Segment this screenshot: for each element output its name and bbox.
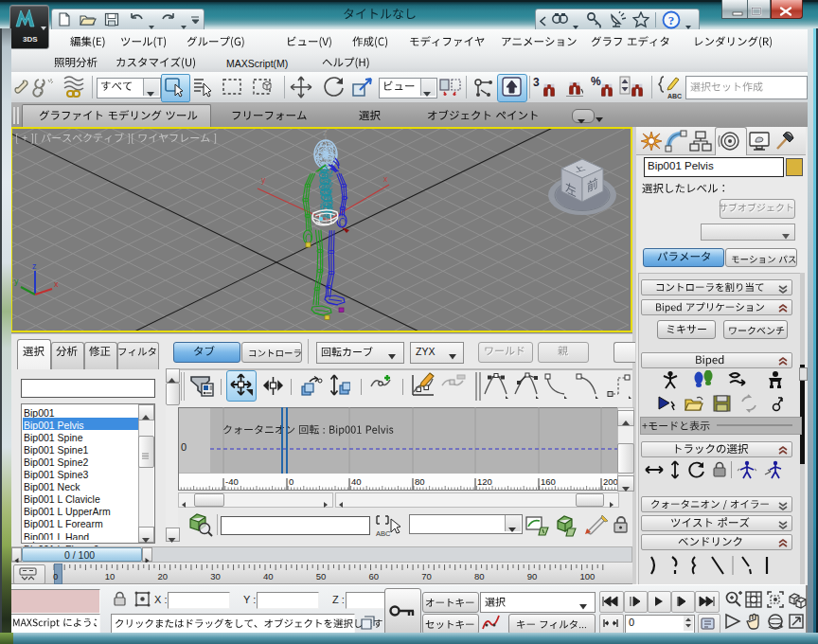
svg-text:?: ? bbox=[668, 13, 675, 27]
svg-text:ABC: ABC bbox=[667, 93, 682, 99]
svg-text:x: x bbox=[54, 279, 59, 289]
svg-text:z: z bbox=[323, 129, 328, 137]
svg-text:ABC: ABC bbox=[376, 529, 391, 538]
svg-text:z: z bbox=[32, 261, 37, 271]
svg-text:y: y bbox=[14, 277, 19, 286]
